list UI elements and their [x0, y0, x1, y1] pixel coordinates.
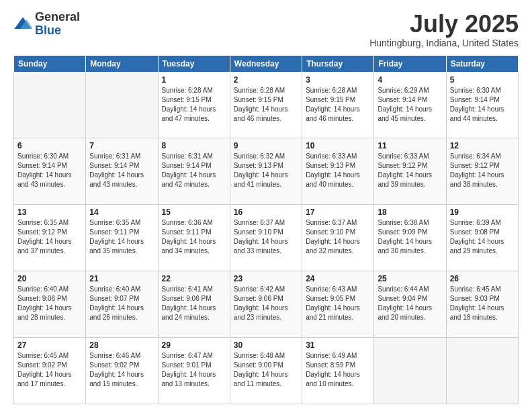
day-cell-20: 20Sunrise: 6:40 AMSunset: 9:08 PMDayligh…: [14, 271, 86, 338]
day-info: Sunrise: 6:37 AMSunset: 9:10 PMDaylight:…: [234, 218, 298, 256]
day-number: 31: [306, 340, 370, 350]
weekday-header-tuesday: Tuesday: [158, 55, 230, 72]
day-number: 17: [306, 208, 370, 217]
week-row-4: 20Sunrise: 6:40 AMSunset: 9:08 PMDayligh…: [14, 271, 519, 338]
day-info: Sunrise: 6:48 AMSunset: 9:00 PMDaylight:…: [234, 351, 298, 389]
day-number: 11: [378, 141, 442, 150]
day-info: Sunrise: 6:31 AMSunset: 9:14 PMDaylight:…: [162, 152, 226, 189]
day-cell-12: 12Sunrise: 6:34 AMSunset: 9:12 PMDayligh…: [446, 138, 518, 205]
day-number: 24: [306, 274, 370, 283]
logo-icon: [13, 15, 32, 34]
day-number: 8: [162, 141, 226, 150]
day-number: 19: [450, 208, 515, 217]
day-cell-8: 8Sunrise: 6:31 AMSunset: 9:14 PMDaylight…: [158, 138, 230, 205]
week-row-5: 27Sunrise: 6:45 AMSunset: 9:02 PMDayligh…: [14, 338, 519, 404]
day-info: Sunrise: 6:40 AMSunset: 9:08 PMDaylight:…: [17, 285, 82, 322]
day-number: 14: [89, 208, 154, 217]
day-info: Sunrise: 6:41 AMSunset: 9:06 PMDaylight:…: [162, 285, 226, 322]
day-cell-21: 21Sunrise: 6:40 AMSunset: 9:07 PMDayligh…: [86, 271, 158, 338]
day-info: Sunrise: 6:28 AMSunset: 9:15 PMDaylight:…: [162, 86, 226, 124]
day-cell-14: 14Sunrise: 6:35 AMSunset: 9:11 PMDayligh…: [86, 205, 158, 271]
day-number: 12: [450, 141, 515, 150]
month-title: July 2025: [369, 11, 519, 38]
day-cell-2: 2Sunrise: 6:28 AMSunset: 9:15 PMDaylight…: [230, 72, 302, 138]
day-info: Sunrise: 6:38 AMSunset: 9:09 PMDaylight:…: [378, 218, 442, 256]
day-cell-11: 11Sunrise: 6:33 AMSunset: 9:12 PMDayligh…: [374, 138, 446, 205]
day-number: 3: [306, 75, 370, 85]
day-cell-7: 7Sunrise: 6:31 AMSunset: 9:14 PMDaylight…: [86, 138, 158, 205]
day-number: 30: [234, 340, 298, 350]
day-number: 5: [450, 75, 515, 85]
week-row-1: 1Sunrise: 6:28 AMSunset: 9:15 PMDaylight…: [14, 72, 519, 138]
day-info: Sunrise: 6:33 AMSunset: 9:13 PMDaylight:…: [306, 152, 370, 189]
empty-cell: [14, 72, 86, 138]
day-cell-4: 4Sunrise: 6:29 AMSunset: 9:14 PMDaylight…: [374, 72, 446, 138]
logo-blue: Blue: [35, 24, 61, 37]
day-cell-18: 18Sunrise: 6:38 AMSunset: 9:09 PMDayligh…: [374, 205, 446, 271]
day-number: 29: [162, 340, 226, 350]
day-cell-9: 9Sunrise: 6:32 AMSunset: 9:13 PMDaylight…: [230, 138, 302, 205]
empty-cell: [374, 338, 446, 404]
day-cell-24: 24Sunrise: 6:43 AMSunset: 9:05 PMDayligh…: [302, 271, 374, 338]
day-number: 20: [17, 274, 82, 283]
day-number: 16: [234, 208, 298, 217]
day-cell-25: 25Sunrise: 6:44 AMSunset: 9:04 PMDayligh…: [374, 271, 446, 338]
day-info: Sunrise: 6:30 AMSunset: 9:14 PMDaylight:…: [17, 152, 82, 189]
day-cell-27: 27Sunrise: 6:45 AMSunset: 9:02 PMDayligh…: [14, 338, 86, 404]
day-number: 27: [17, 340, 82, 350]
day-cell-16: 16Sunrise: 6:37 AMSunset: 9:10 PMDayligh…: [230, 205, 302, 271]
day-cell-6: 6Sunrise: 6:30 AMSunset: 9:14 PMDaylight…: [14, 138, 86, 205]
day-number: 2: [234, 75, 298, 85]
page: General Blue July 2025 Huntingburg, Indi…: [0, 0, 532, 411]
weekday-header-monday: Monday: [86, 55, 158, 72]
day-info: Sunrise: 6:42 AMSunset: 9:06 PMDaylight:…: [234, 285, 298, 322]
day-cell-13: 13Sunrise: 6:35 AMSunset: 9:12 PMDayligh…: [14, 205, 86, 271]
day-cell-15: 15Sunrise: 6:36 AMSunset: 9:11 PMDayligh…: [158, 205, 230, 271]
day-info: Sunrise: 6:34 AMSunset: 9:12 PMDaylight:…: [450, 152, 515, 189]
day-info: Sunrise: 6:29 AMSunset: 9:14 PMDaylight:…: [378, 86, 442, 124]
header: General Blue July 2025 Huntingburg, Indi…: [13, 11, 519, 48]
week-row-2: 6Sunrise: 6:30 AMSunset: 9:14 PMDaylight…: [14, 138, 519, 205]
day-info: Sunrise: 6:43 AMSunset: 9:05 PMDaylight:…: [306, 285, 370, 322]
weekday-header-saturday: Saturday: [446, 55, 518, 72]
day-cell-31: 31Sunrise: 6:49 AMSunset: 8:59 PMDayligh…: [302, 338, 374, 404]
empty-cell: [446, 338, 518, 404]
day-info: Sunrise: 6:28 AMSunset: 9:15 PMDaylight:…: [306, 86, 370, 124]
day-info: Sunrise: 6:30 AMSunset: 9:14 PMDaylight:…: [450, 86, 515, 124]
day-number: 10: [306, 141, 370, 150]
week-row-3: 13Sunrise: 6:35 AMSunset: 9:12 PMDayligh…: [14, 205, 519, 271]
title-block: July 2025 Huntingburg, Indiana, United S…: [369, 11, 519, 48]
weekday-header-wednesday: Wednesday: [230, 55, 302, 72]
logo-text: General Blue: [35, 11, 80, 38]
day-info: Sunrise: 6:35 AMSunset: 9:12 PMDaylight:…: [17, 218, 82, 256]
day-cell-29: 29Sunrise: 6:47 AMSunset: 9:01 PMDayligh…: [158, 338, 230, 404]
weekday-header-row: SundayMondayTuesdayWednesdayThursdayFrid…: [14, 55, 519, 72]
day-number: 25: [378, 274, 442, 283]
day-info: Sunrise: 6:47 AMSunset: 9:01 PMDaylight:…: [162, 351, 226, 389]
day-info: Sunrise: 6:49 AMSunset: 8:59 PMDaylight:…: [306, 351, 370, 389]
day-number: 6: [17, 141, 82, 150]
day-info: Sunrise: 6:45 AMSunset: 9:02 PMDaylight:…: [17, 351, 82, 389]
day-cell-10: 10Sunrise: 6:33 AMSunset: 9:13 PMDayligh…: [302, 138, 374, 205]
day-info: Sunrise: 6:31 AMSunset: 9:14 PMDaylight:…: [89, 152, 154, 189]
day-cell-5: 5Sunrise: 6:30 AMSunset: 9:14 PMDaylight…: [446, 72, 518, 138]
day-number: 21: [89, 274, 154, 283]
day-number: 13: [17, 208, 82, 217]
day-cell-19: 19Sunrise: 6:39 AMSunset: 9:08 PMDayligh…: [446, 205, 518, 271]
day-info: Sunrise: 6:46 AMSunset: 9:02 PMDaylight:…: [89, 351, 154, 389]
day-info: Sunrise: 6:40 AMSunset: 9:07 PMDaylight:…: [89, 285, 154, 322]
day-number: 28: [89, 340, 154, 350]
day-cell-30: 30Sunrise: 6:48 AMSunset: 9:00 PMDayligh…: [230, 338, 302, 404]
day-info: Sunrise: 6:37 AMSunset: 9:10 PMDaylight:…: [306, 218, 370, 256]
weekday-header-friday: Friday: [374, 55, 446, 72]
day-cell-26: 26Sunrise: 6:45 AMSunset: 9:03 PMDayligh…: [446, 271, 518, 338]
weekday-header-thursday: Thursday: [302, 55, 374, 72]
location: Huntingburg, Indiana, United States: [369, 38, 519, 48]
day-number: 26: [450, 274, 515, 283]
day-cell-23: 23Sunrise: 6:42 AMSunset: 9:06 PMDayligh…: [230, 271, 302, 338]
day-info: Sunrise: 6:45 AMSunset: 9:03 PMDaylight:…: [450, 285, 515, 322]
day-cell-17: 17Sunrise: 6:37 AMSunset: 9:10 PMDayligh…: [302, 205, 374, 271]
day-info: Sunrise: 6:32 AMSunset: 9:13 PMDaylight:…: [234, 152, 298, 189]
day-number: 9: [234, 141, 298, 150]
day-number: 1: [162, 75, 226, 85]
